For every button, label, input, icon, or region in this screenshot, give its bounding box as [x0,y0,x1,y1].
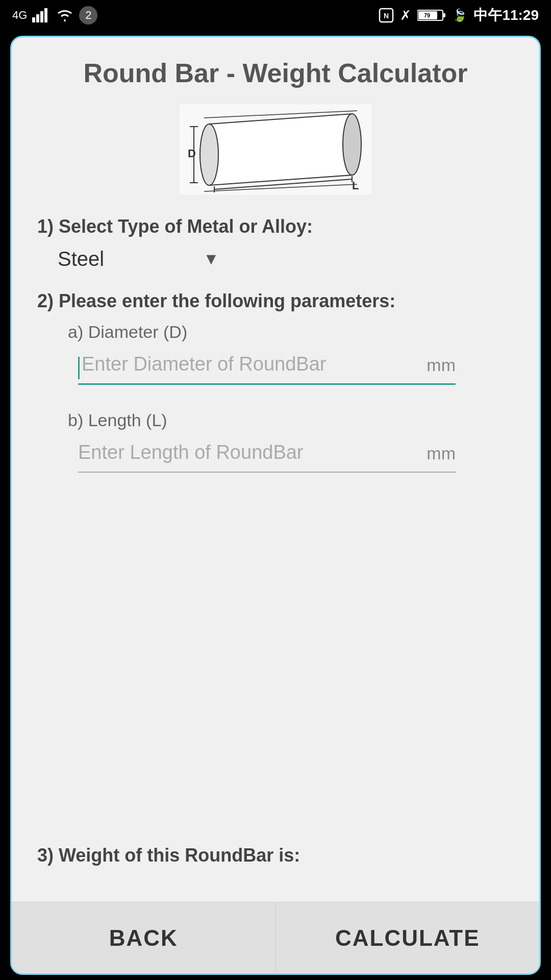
bluetooth-icon: ✗ [400,8,411,23]
eco-icon: 🍃 [452,8,467,22]
svg-point-12 [343,114,361,175]
svg-rect-2 [40,11,43,22]
page-title: Round Bar - Weight Calculator [37,58,514,88]
svg-text:L: L [352,179,359,192]
bottom-buttons: BACK CALCULATE [12,902,539,973]
step1-label: 1) Select Type of Metal or Alloy: [37,216,514,237]
status-right: N ✗ 79 🍃 中午11:29 [379,6,539,25]
weight-section: 3) Weight of this RoundBar is: [37,845,514,892]
svg-text:D: D [188,147,196,160]
notification-badge: 2 [79,6,97,24]
length-unit: mm [427,444,456,468]
diagram-container: D L [37,104,514,195]
step3-label: 3) Weight of this RoundBar is: [37,845,514,866]
round-bar-diagram: D L [179,104,372,195]
diameter-input-row[interactable]: mm [78,349,456,385]
back-button[interactable]: BACK [12,902,276,973]
svg-marker-11 [209,114,352,185]
main-content: Round Bar - Weight Calculator D [12,37,539,902]
metal-dropdown-wrapper[interactable]: Steel Aluminum Copper Brass Iron Stainle… [58,248,514,270]
text-cursor [78,357,80,379]
nfc-icon: N [379,8,394,23]
app-container: Round Bar - Weight Calculator D [10,36,541,975]
svg-rect-7 [443,13,445,17]
diameter-unit: mm [427,355,456,379]
signal-text: 4G [12,9,27,22]
length-input[interactable] [78,437,420,468]
signal-bars-icon [32,8,51,22]
diameter-input[interactable] [82,349,420,379]
svg-point-13 [200,124,218,185]
length-label: b) Length (L) [68,410,514,430]
metal-type-select[interactable]: Steel Aluminum Copper Brass Iron Stainle… [58,248,218,270]
step2-label: 2) Please enter the following parameters… [37,290,514,312]
svg-text:79: 79 [424,12,430,18]
svg-text:N: N [384,12,389,20]
battery-icon: 79 [417,9,446,22]
status-left: 4G 2 [12,6,97,24]
svg-rect-3 [44,8,47,22]
calculate-button[interactable]: CALCULATE [276,902,540,973]
diameter-label: a) Diameter (D) [68,322,514,342]
status-bar: 4G 2 N ✗ 79 [0,0,551,31]
wifi-icon [56,8,74,22]
svg-rect-0 [32,17,35,22]
svg-rect-1 [36,14,39,22]
time-display: 中午11:29 [473,6,539,25]
length-input-row[interactable]: mm [78,437,456,473]
